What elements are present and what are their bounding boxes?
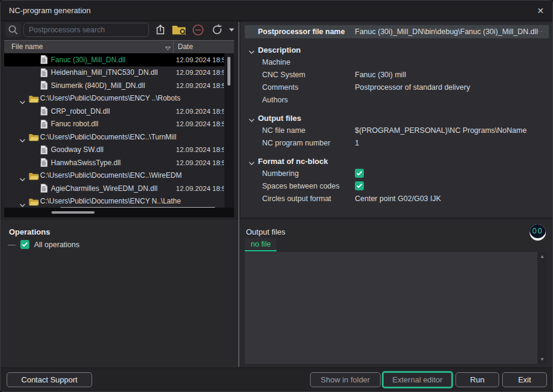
property-value[interactable]: Postprocessor of standard delivery	[355, 83, 470, 92]
browse-folder-icon[interactable]	[171, 23, 187, 37]
property-row[interactable]: Machine	[241, 56, 553, 69]
property-value[interactable]: $(PROGRAM_PERSONAL)\NC Programs\NoName	[355, 126, 527, 135]
tree-horizontal-scrollbar[interactable]	[4, 208, 234, 217]
remove-icon[interactable]	[190, 23, 206, 37]
assistant-bot-icon[interactable]	[530, 224, 546, 241]
property-value[interactable]: Fanuc (30i) mill	[355, 71, 406, 79]
output-files-title: Output files	[246, 227, 285, 236]
property-label: NC program number	[262, 139, 330, 147]
tree-file-row[interactable]: HanwhaSwissType.dll12.09.2024 18:54	[4, 156, 224, 169]
exit-button[interactable]: Exit	[502, 372, 547, 387]
tree-file-row[interactable]: Sinumerik (840D)_Mill_DN.dll12.09.2024 1…	[4, 79, 224, 92]
refresh-icon[interactable]	[209, 23, 225, 37]
chevron-down-icon[interactable]	[248, 116, 255, 124]
section-title: Format of nc-block	[258, 157, 328, 166]
tree-file-row[interactable]: Heidenhain_Mill_iTNC530_DN.dll12.09.2024…	[4, 66, 224, 80]
scroll-up-icon[interactable]: ▲	[537, 254, 547, 259]
file-icon	[40, 158, 48, 169]
file-date: 12.09.2024 18:54	[176, 56, 224, 63]
folder-path: C:\Users\Public\Documents\ENCY N..\Lathe	[40, 197, 181, 205]
assistant-bot-eye-right	[538, 228, 542, 233]
section-header[interactable]: Output files	[241, 112, 553, 124]
folder-icon	[29, 95, 39, 105]
tree-folder-row[interactable]: C:\Users\Public\Documents\ENC..\TurnMill	[4, 130, 224, 144]
external-editor-button[interactable]: External editor	[382, 371, 453, 388]
property-label: Numbering	[262, 169, 299, 178]
property-row[interactable]: Numbering	[241, 168, 553, 180]
file-name: CRP_robot_DN.dll	[51, 107, 110, 116]
contact-support-button[interactable]: Contact Support	[7, 372, 92, 387]
tree-file-row[interactable]: Fanuc (30i)_Mill_DN.dll12.09.2024 18:54	[4, 53, 224, 66]
search-icon	[5, 23, 21, 37]
property-row[interactable]: Authors	[241, 94, 553, 107]
postprocessor-file-row[interactable]: Postprocessor file name Fanuc (30i)_Mill…	[245, 25, 549, 38]
column-date[interactable]: Date	[178, 42, 193, 51]
tree-folder-row[interactable]: C:\Users\Public\Documents\ENCY ..\Robots	[4, 92, 224, 105]
postprocessor-file-value: Fanuc (30i)_Mill_DN\bin\debug\Fanuc (30i…	[355, 28, 538, 36]
operations-title: Operations	[9, 227, 50, 236]
all-operations-label: All operations	[34, 241, 80, 249]
file-date: 12.09.2024 18:54	[176, 69, 224, 76]
tree-vertical-scrollbar-thumb[interactable]	[227, 57, 230, 86]
chevron-down-icon[interactable]	[248, 159, 255, 168]
file-icon	[40, 184, 48, 195]
file-name: Fanuc (30i)_Mill_DN.dll	[51, 56, 126, 64]
tree-expander-icon[interactable]: —	[8, 240, 16, 249]
property-label: CNC System	[262, 71, 305, 79]
tree-horizontal-scrollbar-thumb[interactable]	[51, 211, 95, 214]
export-postprocessor-icon[interactable]	[153, 23, 168, 37]
tree-file-row[interactable]: Fanuc robot.dll12.09.2024 18:54	[4, 118, 224, 131]
file-icon	[40, 120, 48, 131]
section-title: Output files	[258, 114, 301, 123]
close-icon[interactable]: ✕	[533, 4, 548, 18]
property-label: Machine	[262, 58, 290, 66]
property-value[interactable]: 1	[355, 139, 359, 147]
chevron-down-icon[interactable]	[248, 48, 255, 56]
tree-file-row[interactable]: CRP_robot_DN.dll12.09.2024 18:54	[4, 105, 224, 118]
tree-folder-row[interactable]: C:\Users\Public\Documents\ENC..\WireEDM	[4, 169, 224, 183]
vertical-splitter[interactable]	[238, 22, 239, 367]
file-date: 12.09.2024 18:54	[176, 185, 224, 192]
tree-file-row[interactable]: AgieCharmilles_WireEDM_DN.dll12.09.2024 …	[4, 182, 224, 195]
run-button[interactable]: Run	[455, 372, 499, 387]
property-checkbox[interactable]	[355, 181, 364, 190]
nc-program-generation-dialog: NC-program generation ✕ File name	[0, 0, 553, 392]
file-name: Fanuc robot.dll	[51, 120, 98, 128]
file-date: 12.09.2024 18:54	[176, 159, 224, 166]
folder-path: C:\Users\Public\Documents\ENCY ..\Robots	[40, 94, 181, 102]
search-input[interactable]	[23, 23, 149, 37]
property-row[interactable]: Spaces between codes	[241, 180, 553, 193]
property-row[interactable]: Circles output formatCenter point G02/G0…	[241, 193, 553, 205]
all-operations-row[interactable]: — All operations	[8, 240, 80, 249]
chevron-down-icon[interactable]	[19, 199, 26, 208]
property-checkbox[interactable]	[355, 169, 364, 178]
scroll-down-icon[interactable]: ▼	[537, 357, 547, 362]
file-date: 12.09.2024 18:54	[176, 108, 224, 115]
tab-no-file[interactable]: no file	[245, 238, 276, 251]
section-header[interactable]: Description	[241, 44, 553, 56]
column-divider	[173, 41, 174, 53]
show-in-folder-button[interactable]: Show in folder	[310, 372, 381, 387]
file-icon	[40, 107, 48, 118]
browse-more-button[interactable]: ···	[534, 27, 544, 35]
property-label: Authors	[262, 96, 288, 104]
section-header[interactable]: Format of nc-block	[241, 155, 553, 168]
property-row[interactable]: NC program number1	[241, 137, 553, 150]
folder-icon	[29, 172, 39, 183]
nc-output-textarea[interactable]: ▲ ▼	[245, 252, 547, 364]
column-file-name[interactable]: File name	[11, 42, 43, 51]
property-row[interactable]: CommentsPostprocessor of standard delive…	[241, 81, 553, 94]
toolbar-more-chevron-icon[interactable]	[227, 23, 236, 37]
all-operations-checkbox[interactable]	[20, 240, 29, 249]
property-row[interactable]: CNC SystemFanuc (30i) mill	[241, 69, 553, 81]
file-tree-header[interactable]: File name Date	[4, 40, 234, 54]
tree-vertical-scrollbar[interactable]	[224, 53, 234, 208]
property-value[interactable]: Center point G02/G03 IJK	[355, 195, 441, 203]
output-vertical-scrollbar[interactable]: ▲ ▼	[537, 252, 547, 364]
tree-folder-row[interactable]: C:\Users\Public\Documents\ENCY N..\Lathe	[4, 195, 224, 208]
postprocessor-file-label: Postprocessor file name	[258, 28, 345, 36]
property-row[interactable]: NC file name$(PROGRAM_PERSONAL)\NC Progr…	[241, 124, 553, 137]
tree-file-row[interactable]: Goodway SW.dll12.09.2024 18:54	[4, 144, 224, 157]
property-label: Spaces between codes	[262, 182, 339, 190]
file-date: 12.09.2024 18:54	[176, 82, 224, 89]
